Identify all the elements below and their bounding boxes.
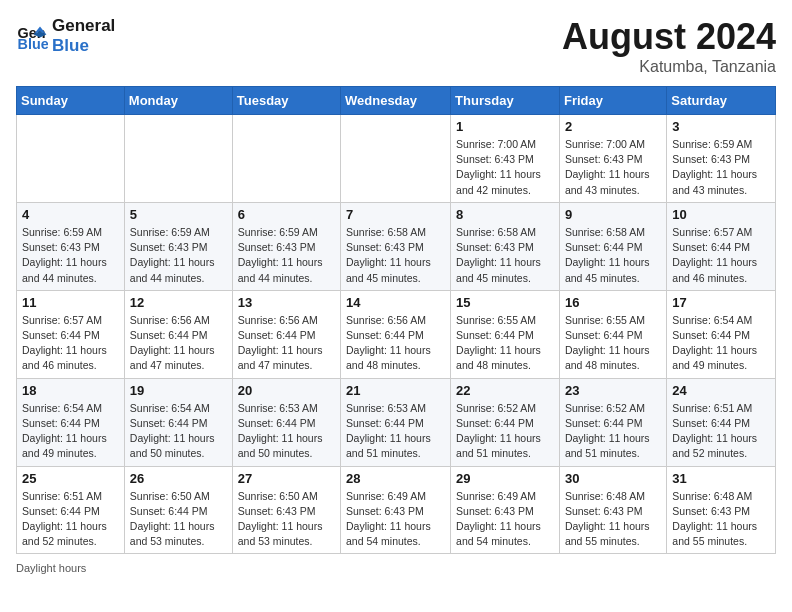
- day-number: 30: [565, 471, 661, 486]
- day-info: Sunrise: 6:50 AM Sunset: 6:43 PM Dayligh…: [238, 489, 335, 550]
- col-header-tuesday: Tuesday: [232, 87, 340, 115]
- calendar-header-row: SundayMondayTuesdayWednesdayThursdayFrid…: [17, 87, 776, 115]
- calendar-cell: 22Sunrise: 6:52 AM Sunset: 6:44 PM Dayli…: [451, 378, 560, 466]
- day-number: 11: [22, 295, 119, 310]
- calendar-cell: 28Sunrise: 6:49 AM Sunset: 6:43 PM Dayli…: [341, 466, 451, 554]
- svg-text:Blue: Blue: [18, 36, 48, 52]
- day-number: 2: [565, 119, 661, 134]
- day-number: 22: [456, 383, 554, 398]
- calendar-cell: 6Sunrise: 6:59 AM Sunset: 6:43 PM Daylig…: [232, 202, 340, 290]
- day-info: Sunrise: 6:51 AM Sunset: 6:44 PM Dayligh…: [22, 489, 119, 550]
- day-number: 10: [672, 207, 770, 222]
- col-header-monday: Monday: [124, 87, 232, 115]
- calendar-cell: 13Sunrise: 6:56 AM Sunset: 6:44 PM Dayli…: [232, 290, 340, 378]
- calendar-cell: 24Sunrise: 6:51 AM Sunset: 6:44 PM Dayli…: [667, 378, 776, 466]
- day-info: Sunrise: 6:56 AM Sunset: 6:44 PM Dayligh…: [238, 313, 335, 374]
- calendar-cell: 26Sunrise: 6:50 AM Sunset: 6:44 PM Dayli…: [124, 466, 232, 554]
- day-number: 26: [130, 471, 227, 486]
- day-info: Sunrise: 6:52 AM Sunset: 6:44 PM Dayligh…: [456, 401, 554, 462]
- calendar-cell: 29Sunrise: 6:49 AM Sunset: 6:43 PM Dayli…: [451, 466, 560, 554]
- day-info: Sunrise: 6:57 AM Sunset: 6:44 PM Dayligh…: [672, 225, 770, 286]
- calendar-cell: 21Sunrise: 6:53 AM Sunset: 6:44 PM Dayli…: [341, 378, 451, 466]
- day-info: Sunrise: 6:56 AM Sunset: 6:44 PM Dayligh…: [130, 313, 227, 374]
- calendar-cell: [232, 115, 340, 203]
- daylight-hours-label: Daylight hours: [16, 562, 86, 574]
- calendar-cell: 19Sunrise: 6:54 AM Sunset: 6:44 PM Dayli…: [124, 378, 232, 466]
- calendar-cell: 18Sunrise: 6:54 AM Sunset: 6:44 PM Dayli…: [17, 378, 125, 466]
- col-header-saturday: Saturday: [667, 87, 776, 115]
- col-header-thursday: Thursday: [451, 87, 560, 115]
- day-info: Sunrise: 6:58 AM Sunset: 6:44 PM Dayligh…: [565, 225, 661, 286]
- day-number: 21: [346, 383, 445, 398]
- day-number: 23: [565, 383, 661, 398]
- day-info: Sunrise: 6:59 AM Sunset: 6:43 PM Dayligh…: [238, 225, 335, 286]
- day-info: Sunrise: 6:49 AM Sunset: 6:43 PM Dayligh…: [346, 489, 445, 550]
- calendar-cell: 11Sunrise: 6:57 AM Sunset: 6:44 PM Dayli…: [17, 290, 125, 378]
- day-number: 17: [672, 295, 770, 310]
- calendar-cell: [124, 115, 232, 203]
- day-info: Sunrise: 6:56 AM Sunset: 6:44 PM Dayligh…: [346, 313, 445, 374]
- day-info: Sunrise: 6:54 AM Sunset: 6:44 PM Dayligh…: [130, 401, 227, 462]
- calendar-cell: 10Sunrise: 6:57 AM Sunset: 6:44 PM Dayli…: [667, 202, 776, 290]
- day-info: Sunrise: 6:59 AM Sunset: 6:43 PM Dayligh…: [22, 225, 119, 286]
- day-number: 3: [672, 119, 770, 134]
- calendar-cell: 23Sunrise: 6:52 AM Sunset: 6:44 PM Dayli…: [559, 378, 666, 466]
- title-block: August 2024 Katumba, Tanzania: [562, 16, 776, 76]
- day-info: Sunrise: 6:57 AM Sunset: 6:44 PM Dayligh…: [22, 313, 119, 374]
- page-header: Gen Blue General Blue August 2024 Katumb…: [16, 16, 776, 76]
- day-info: Sunrise: 6:50 AM Sunset: 6:44 PM Dayligh…: [130, 489, 227, 550]
- day-number: 14: [346, 295, 445, 310]
- calendar-cell: 27Sunrise: 6:50 AM Sunset: 6:43 PM Dayli…: [232, 466, 340, 554]
- day-number: 25: [22, 471, 119, 486]
- day-number: 4: [22, 207, 119, 222]
- calendar-cell: 12Sunrise: 6:56 AM Sunset: 6:44 PM Dayli…: [124, 290, 232, 378]
- calendar-cell: 20Sunrise: 6:53 AM Sunset: 6:44 PM Dayli…: [232, 378, 340, 466]
- col-header-wednesday: Wednesday: [341, 87, 451, 115]
- day-number: 7: [346, 207, 445, 222]
- day-number: 28: [346, 471, 445, 486]
- day-number: 27: [238, 471, 335, 486]
- day-info: Sunrise: 6:53 AM Sunset: 6:44 PM Dayligh…: [238, 401, 335, 462]
- calendar-week-row: 11Sunrise: 6:57 AM Sunset: 6:44 PM Dayli…: [17, 290, 776, 378]
- day-number: 29: [456, 471, 554, 486]
- day-info: Sunrise: 7:00 AM Sunset: 6:43 PM Dayligh…: [565, 137, 661, 198]
- day-info: Sunrise: 6:53 AM Sunset: 6:44 PM Dayligh…: [346, 401, 445, 462]
- day-number: 31: [672, 471, 770, 486]
- calendar-cell: 1Sunrise: 7:00 AM Sunset: 6:43 PM Daylig…: [451, 115, 560, 203]
- day-number: 6: [238, 207, 335, 222]
- logo-icon: Gen Blue: [16, 20, 48, 52]
- day-number: 15: [456, 295, 554, 310]
- day-number: 12: [130, 295, 227, 310]
- month-year-title: August 2024: [562, 16, 776, 58]
- calendar-cell: 15Sunrise: 6:55 AM Sunset: 6:44 PM Dayli…: [451, 290, 560, 378]
- col-header-friday: Friday: [559, 87, 666, 115]
- day-info: Sunrise: 6:58 AM Sunset: 6:43 PM Dayligh…: [346, 225, 445, 286]
- calendar-cell: 5Sunrise: 6:59 AM Sunset: 6:43 PM Daylig…: [124, 202, 232, 290]
- calendar-cell: 14Sunrise: 6:56 AM Sunset: 6:44 PM Dayli…: [341, 290, 451, 378]
- day-info: Sunrise: 6:55 AM Sunset: 6:44 PM Dayligh…: [565, 313, 661, 374]
- day-number: 20: [238, 383, 335, 398]
- calendar-table: SundayMondayTuesdayWednesdayThursdayFrid…: [16, 86, 776, 554]
- day-info: Sunrise: 6:49 AM Sunset: 6:43 PM Dayligh…: [456, 489, 554, 550]
- calendar-cell: 9Sunrise: 6:58 AM Sunset: 6:44 PM Daylig…: [559, 202, 666, 290]
- day-number: 8: [456, 207, 554, 222]
- calendar-cell: 2Sunrise: 7:00 AM Sunset: 6:43 PM Daylig…: [559, 115, 666, 203]
- day-number: 9: [565, 207, 661, 222]
- day-number: 1: [456, 119, 554, 134]
- logo: Gen Blue General Blue: [16, 16, 115, 57]
- day-info: Sunrise: 6:52 AM Sunset: 6:44 PM Dayligh…: [565, 401, 661, 462]
- calendar-week-row: 25Sunrise: 6:51 AM Sunset: 6:44 PM Dayli…: [17, 466, 776, 554]
- calendar-cell: 25Sunrise: 6:51 AM Sunset: 6:44 PM Dayli…: [17, 466, 125, 554]
- calendar-week-row: 18Sunrise: 6:54 AM Sunset: 6:44 PM Dayli…: [17, 378, 776, 466]
- day-info: Sunrise: 6:54 AM Sunset: 6:44 PM Dayligh…: [22, 401, 119, 462]
- calendar-week-row: 1Sunrise: 7:00 AM Sunset: 6:43 PM Daylig…: [17, 115, 776, 203]
- calendar-cell: 4Sunrise: 6:59 AM Sunset: 6:43 PM Daylig…: [17, 202, 125, 290]
- logo-blue: Blue: [52, 36, 115, 56]
- day-info: Sunrise: 6:54 AM Sunset: 6:44 PM Dayligh…: [672, 313, 770, 374]
- calendar-cell: [17, 115, 125, 203]
- day-number: 19: [130, 383, 227, 398]
- day-number: 13: [238, 295, 335, 310]
- calendar-cell: 16Sunrise: 6:55 AM Sunset: 6:44 PM Dayli…: [559, 290, 666, 378]
- calendar-cell: 30Sunrise: 6:48 AM Sunset: 6:43 PM Dayli…: [559, 466, 666, 554]
- col-header-sunday: Sunday: [17, 87, 125, 115]
